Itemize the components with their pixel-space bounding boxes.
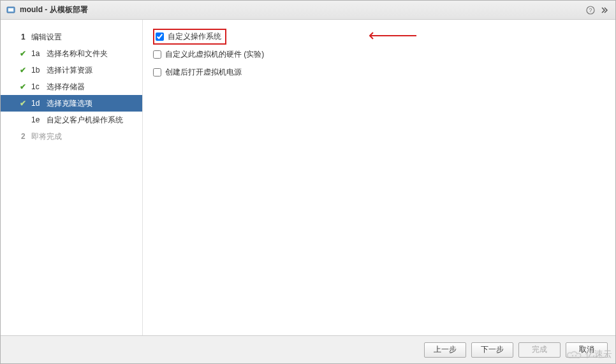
option-power-on-row: 创建后打开虚拟机电源 [153,66,605,78]
window-title: mould - 从模板部署 [20,4,582,15]
help-icon[interactable]: ? [585,4,596,16]
step-label: 即将完成 [31,131,62,142]
step-number: 1c [31,82,43,91]
check-icon: ✔ [18,82,27,91]
check-icon: ✔ [18,66,27,75]
blank-icon [8,33,17,41]
blank-icon [8,132,17,141]
customize-os-label: 自定义操作系统 [168,31,221,42]
annotation-highlight: 自定义操作系统 [153,29,226,45]
power-on-checkbox[interactable] [153,68,161,76]
step-number: 1e [31,115,43,124]
power-on-label: 创建后打开虚拟机电源 [165,67,242,78]
finish-button: 完成 [518,342,561,358]
titlebar: mould - 从模板部署 ? [1,1,615,20]
step-label: 选择克隆选项 [47,98,92,109]
wizard-steps-sidebar: 1 编辑设置 ✔ 1a 选择名称和文件夹 ✔ 1b 选择计算资源 ✔ 1c 选择… [1,20,143,335]
step-ready-complete: 2 即将完成 [1,128,142,145]
back-button[interactable]: 上一步 [424,342,466,358]
step-label: 编辑设置 [31,32,62,43]
arrow-line [378,35,416,36]
step-select-compute[interactable]: ✔ 1b 选择计算资源 [1,62,142,78]
wizard-dialog: mould - 从模板部署 ? 1 编辑设置 ✔ 1a 选择名称和文件夹 ✔ 1… [0,0,616,364]
footer-buttons: 上一步 下一步 完成 取消 [1,335,615,363]
next-button[interactable]: 下一步 [471,342,513,358]
step-label: 选择存储器 [47,82,85,92]
check-icon: ✔ [18,49,27,58]
step-number: 1d [31,99,43,108]
svg-rect-1 [8,8,13,11]
content-panel: 自定义操作系统 自定义此虚拟机的硬件 (实验) 创建后打开虚拟机电源 [143,20,615,335]
customize-os-checkbox[interactable] [156,33,164,41]
arrow-left-icon [369,32,378,40]
step-label: 选择名称和文件夹 [47,48,108,59]
step-edit-settings[interactable]: 1 编辑设置 [1,29,142,45]
step-clone-options[interactable]: ✔ 1d 选择克隆选项 [1,95,142,112]
step-number: 1a [31,49,43,58]
customize-hardware-checkbox[interactable] [153,50,161,59]
customize-hardware-label: 自定义此虚拟机的硬件 (实验) [165,49,264,60]
step-number: 1 [21,33,27,41]
step-label: 选择计算资源 [47,65,92,76]
step-number: 1b [31,66,43,75]
step-select-name-folder[interactable]: ✔ 1a 选择名称和文件夹 [1,45,142,62]
step-label: 自定义客户机操作系统 [47,115,123,126]
annotation-arrow [369,32,416,40]
option-customize-hardware-row: 自定义此虚拟机的硬件 (实验) [153,48,605,61]
svg-text:?: ? [589,7,592,13]
step-select-storage[interactable]: ✔ 1c 选择存储器 [1,78,142,95]
app-icon [6,5,16,15]
cancel-button[interactable]: 取消 [566,342,608,358]
expand-icon[interactable] [599,4,610,16]
dialog-body: 1 编辑设置 ✔ 1a 选择名称和文件夹 ✔ 1b 选择计算资源 ✔ 1c 选择… [1,20,615,335]
check-icon: ✔ [18,99,27,108]
step-customize-guest-os[interactable]: 1e 自定义客户机操作系统 [1,112,142,128]
step-number: 2 [21,132,27,141]
